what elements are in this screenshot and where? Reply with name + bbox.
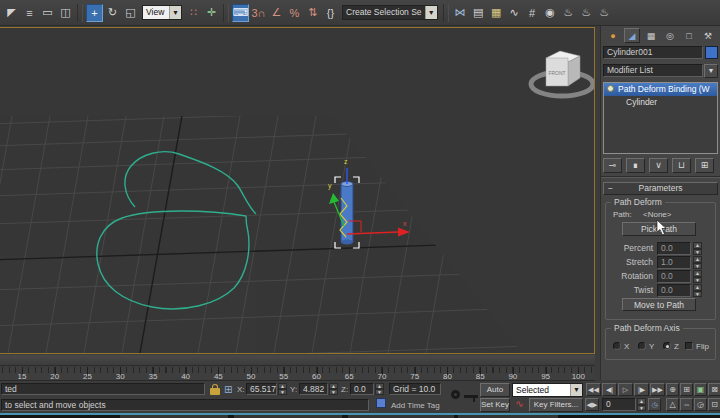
add-time-tag-label[interactable]: Add Time Tag — [391, 399, 440, 412]
flip-checkbox[interactable] — [685, 342, 693, 350]
track-bar[interactable]: 1520253035404550556065707580859095100 — [0, 367, 595, 381]
axis-radio-y[interactable] — [638, 342, 646, 350]
rotation-field[interactable]: 0.0 — [657, 270, 691, 283]
modifier-stack-item[interactable]: Path Deform Binding (W — [604, 83, 717, 96]
render-setup-icon[interactable]: ♨ — [560, 4, 577, 22]
frame-spinner[interactable]: ▲▼ — [637, 398, 646, 411]
selection-set-filter-dropdown[interactable]: Selected ▼ — [512, 383, 583, 397]
tab-modify[interactable]: ◢ — [624, 28, 640, 43]
spinner-snap-icon[interactable]: ⇅ — [304, 4, 321, 22]
reference-coordinate-dropdown[interactable]: View▼ — [142, 5, 182, 20]
schematic-view-icon[interactable]: # — [524, 4, 541, 22]
percent-field[interactable]: 0.0 — [657, 242, 691, 255]
gizmo-x-axis[interactable] — [347, 232, 398, 234]
select-and-manipulate-icon[interactable]: ✛ — [203, 4, 220, 22]
zoom-extents-button[interactable]: ▣ — [694, 383, 707, 396]
go-to-end-button[interactable]: ▶▶ — [650, 383, 665, 396]
perspective-viewport[interactable]: x y z FRONT — [0, 27, 595, 354]
cylinder-object[interactable] — [341, 182, 353, 245]
object-color-swatch[interactable] — [705, 46, 718, 59]
orbit-button[interactable]: ◶ — [694, 398, 707, 411]
select-and-rotate-icon[interactable]: ↻ — [104, 4, 121, 22]
zoom-all-button[interactable]: ⊞ — [680, 383, 693, 396]
y-coord-spinner[interactable]: ▲▼ — [329, 383, 338, 395]
remove-modifier-button[interactable]: ⊔ — [672, 158, 691, 173]
edit-named-selection-sets-icon[interactable]: {} — [322, 4, 339, 22]
keyboard-shortcut-override-icon[interactable]: ⌨ — [232, 4, 249, 22]
spinner-down-icon[interactable]: ▼ — [693, 249, 702, 256]
object-name-field[interactable]: Cylinder001 — [603, 46, 703, 59]
play-button[interactable]: ▷ — [618, 383, 633, 396]
tab-create[interactable]: ● — [605, 28, 621, 43]
y-coord-field[interactable]: 4.882 — [299, 383, 328, 395]
z-coord-spinner[interactable]: ▲▼ — [375, 383, 384, 395]
next-frame-button[interactable]: |▶ — [634, 383, 649, 396]
percent-snap-icon[interactable]: % — [286, 4, 303, 22]
key-filters-button[interactable]: Key Filters... — [529, 398, 583, 412]
stretch-spinner[interactable]: ▲▼ — [693, 256, 702, 269]
move-to-path-button[interactable]: Move to Path — [622, 298, 696, 311]
x-coord-field[interactable]: 65.517 — [246, 383, 277, 395]
key-mode-toggle-button[interactable]: ◀▶ — [585, 398, 599, 411]
set-key-button[interactable]: Set Key — [480, 398, 510, 412]
tab-motion[interactable]: ◎ — [662, 28, 678, 43]
previous-frame-button[interactable]: ◀| — [602, 383, 617, 396]
angle-snap-icon[interactable]: ∠ — [268, 4, 285, 22]
z-coord-field[interactable]: 0.0 — [350, 383, 374, 395]
modifier-on-icon[interactable] — [607, 85, 614, 92]
spinner-down-icon[interactable]: ▼ — [693, 291, 702, 298]
rendered-frame-window-icon[interactable]: ♨ — [578, 4, 595, 22]
select-and-scale-icon[interactable]: ◱ — [122, 4, 139, 22]
make-unique-button[interactable]: ∨ — [649, 158, 668, 173]
current-frame-field[interactable]: 0 — [602, 398, 636, 411]
chevron-down-icon[interactable]: ▼ — [169, 6, 181, 19]
chevron-down-icon[interactable]: ▼ — [425, 6, 437, 19]
rotation-spinner[interactable]: ▲▼ — [693, 270, 702, 283]
mirror-icon[interactable]: ⋈ — [452, 4, 469, 22]
snaps-toggle-3d-icon[interactable]: 3∩ — [250, 4, 267, 22]
twist-spinner[interactable]: ▲▼ — [693, 284, 702, 297]
selection-lock-icon[interactable] — [210, 384, 220, 395]
spinner-down-icon[interactable]: ▼ — [693, 263, 702, 270]
pan-view-button[interactable]: ⇔ — [680, 398, 693, 411]
select-by-name-icon[interactable]: ≡ — [21, 4, 38, 22]
zoom-extents-all-button[interactable]: ⊠ — [708, 383, 720, 396]
curve-editor-icon[interactable]: ∿ — [506, 4, 523, 22]
stretch-field[interactable]: 1.0 — [657, 256, 691, 269]
view-cube[interactable]: FRONT — [531, 51, 593, 96]
window-crossing-icon[interactable]: ◫ — [57, 4, 74, 22]
new-key-curve-icon[interactable]: ∿ — [512, 397, 527, 411]
use-pivot-point-center-icon[interactable]: ∷ — [185, 4, 202, 22]
auto-key-button[interactable]: Auto Key — [480, 383, 510, 397]
tab-utilities[interactable]: ⚒ — [700, 28, 716, 43]
layer-manager-icon[interactable]: ▦ — [488, 4, 505, 22]
parameters-rollout-header[interactable]: − Parameters — [603, 182, 718, 195]
show-end-result-button[interactable]: ∎ — [626, 158, 645, 173]
tab-display[interactable]: □ — [681, 28, 697, 43]
material-editor-icon[interactable]: ◉ — [542, 4, 559, 22]
transform-gizmo[interactable]: x y z — [328, 158, 410, 237]
x-coord-spinner[interactable]: ▲▼ — [278, 383, 287, 395]
axis-radio-x[interactable] — [613, 342, 621, 350]
pin-stack-button[interactable]: ⊸ — [603, 158, 622, 173]
percent-spinner[interactable]: ▲▼ — [693, 242, 702, 255]
absolute-mode-icon[interactable]: ⊞ — [224, 383, 232, 396]
select-and-move-icon[interactable]: + — [86, 4, 103, 22]
tab-hierarchy[interactable]: ▦ — [643, 28, 659, 43]
spinner-down-icon[interactable]: ▼ — [693, 277, 702, 284]
maximize-viewport-button[interactable]: ⊡ — [708, 398, 720, 411]
zoom-button[interactable]: ⊕ — [666, 383, 679, 396]
modifier-list-arrow-icon[interactable]: ▼ — [704, 64, 718, 78]
render-production-icon[interactable]: ♨ — [596, 4, 613, 22]
axis-radio-z[interactable] — [663, 342, 671, 350]
configure-modifier-sets-button[interactable]: ⊞ — [695, 158, 714, 173]
named-selection-set-dropdown[interactable]: Create Selection Se▼ — [342, 5, 438, 20]
rectangular-selection-region-icon[interactable]: ▭ — [39, 4, 56, 22]
go-to-start-button[interactable]: ◀◀ — [586, 383, 601, 396]
time-slider[interactable] — [0, 355, 595, 366]
select-object-icon[interactable]: ◤ — [3, 4, 20, 22]
time-configuration-button[interactable]: ◷ — [648, 398, 661, 411]
twist-field[interactable]: 0.0 — [657, 284, 691, 297]
modifier-stack[interactable]: Path Deform Binding (WCylinder — [603, 82, 718, 154]
modifier-list-dropdown[interactable]: Modifier List — [603, 64, 703, 77]
